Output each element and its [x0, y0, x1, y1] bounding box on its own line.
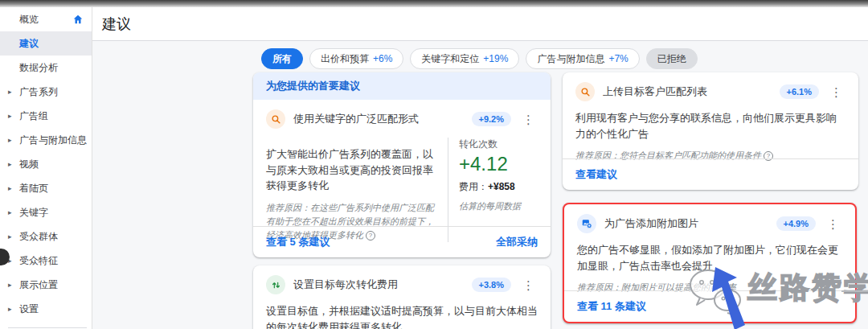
sidebar-item-label: 建议 [19, 37, 39, 51]
view-recommendations-link[interactable]: 查看建议 [575, 167, 617, 182]
recommendation-title: 使用关键字的广泛匹配形式 [293, 112, 419, 126]
uplift-badge: +6.1% [780, 84, 820, 99]
chip-label: 已拒绝 [657, 52, 686, 66]
sidebar-item-label: 数据分析 [19, 61, 58, 75]
recommendation-card-image-extensions-highlighted: 为广告添加附加图片 +4.9% ⋮ 您的广告不够显眼，假如添加了附加图片，它们现… [563, 203, 857, 323]
chip-delta: +7% [608, 53, 628, 64]
metric-value: +4.12 [459, 153, 538, 175]
expand-caret-icon: ▸ [8, 232, 12, 241]
sidebar-item-campaigns[interactable]: ▸ 广告系列 [0, 80, 92, 104]
expand-caret-icon: ▸ [8, 257, 12, 265]
window-top-strip [0, 0, 868, 7]
left-navigation-sidebar: 概览 建议 数据分析 ▸ 广告系列 ▸ 广告组 ▸ 广告与附加信息 ▸ 视频 ▸… [0, 7, 92, 329]
uplift-badge: +3.8% [472, 278, 512, 292]
sidebar-item-placements[interactable]: ▸ 展示位置 [0, 273, 92, 297]
metric-label: 转化次数 [459, 138, 538, 151]
recommendation-body: 设置目标值，并根据建议适时提高预算，以与目前大体相当的每次转化费用获得更多转化 [266, 303, 538, 329]
filter-chip-dismissed[interactable]: 已拒绝 [646, 48, 698, 69]
metric-cost: 费用：+¥858 [459, 180, 538, 194]
sidebar-item-recommendations[interactable]: 建议 [0, 31, 92, 56]
expand-caret-icon: ▸ [8, 88, 12, 96]
sidebar-divider [8, 327, 87, 328]
recommendation-title: 设置目标每次转化费用 [293, 278, 398, 292]
search-icon [575, 82, 595, 101]
overflow-menu-icon[interactable]: ⋮ [519, 112, 538, 127]
expand-caret-icon: ▸ [8, 281, 12, 289]
filter-chip-ads-extensions[interactable]: 广告与附加信息 +7% [526, 48, 639, 69]
page-title: 建议 [102, 7, 131, 41]
sidebar-item-label: 受众特征 [19, 254, 58, 268]
overflow-menu-icon[interactable]: ⋮ [827, 84, 845, 100]
uplift-badge: +4.9% [776, 216, 817, 231]
add-image-icon [577, 214, 596, 233]
recommendation-card-target-cpa: 设置目标每次转化费用 +3.8% ⋮ 设置目标值，并根据建议适时提高预算，以与目… [253, 265, 551, 329]
expand-caret-icon: ▸ [8, 305, 12, 313]
recommendation-card-customer-match: 上传目标客户匹配列表 +6.1% ⋮ 利用现有客户与您分享的联系信息，向他们展示… [563, 72, 858, 190]
chip-label: 关键字和定位 [421, 52, 479, 66]
sidebar-item-audiences[interactable]: ▸ 受众群体 [0, 224, 92, 249]
view-recommendations-link[interactable]: 查看 11 条建议 [577, 299, 646, 314]
recommendation-body: 您的广告不够显眼，假如添加了附加图片，它们现在会更加显眼，广告点击率也会提升 [577, 242, 842, 273]
recommendation-body: 扩大智能出价广告系列的覆盖面，以与原来大致相当或更高的投资回报率获得更多转化 [266, 146, 438, 194]
sidebar-item-label: 关键字 [19, 206, 48, 220]
chip-label: 所有 [272, 52, 292, 66]
recommendation-card-broad-match: 为您提供的首要建议 使用关键字的广泛匹配形式 +9.2% ⋮ 扩大智能出价广告系… [253, 72, 551, 257]
primary-recommendation-banner: 为您提供的首要建议 [253, 72, 551, 100]
metric-note: 估算的每周数据 [459, 200, 538, 212]
bid-arrows-icon [266, 275, 285, 294]
search-icon [266, 109, 285, 129]
sidebar-item-label: 展示位置 [19, 278, 58, 292]
chip-label: 出价和预算 [321, 52, 369, 66]
content-area: 所有 出价和预算 +6% 关键字和定位 +19% 广告与附加信息 +7% 已拒绝… [92, 41, 868, 329]
sidebar-item-insights[interactable]: 数据分析 [0, 56, 92, 80]
chip-label: 广告与附加信息 [537, 52, 604, 66]
sidebar-item-landing-pages[interactable]: ▸ 着陆页 [0, 176, 92, 200]
expand-caret-icon: ▸ [8, 184, 12, 192]
chip-delta: +19% [483, 53, 508, 64]
recommendation-title: 为广告添加附加图片 [604, 216, 698, 231]
recommendation-title: 上传目标客户匹配列表 [603, 84, 707, 99]
recommendation-body: 利用现有客户与您分享的联系信息，向他们展示更具影响力的个性化广告 [575, 110, 845, 142]
expand-caret-icon: ▸ [8, 112, 12, 120]
sidebar-item-label: 广告系列 [19, 85, 58, 99]
sidebar-item-label: 着陆页 [19, 182, 48, 195]
sidebar-item-label: 广告与附加信息 [19, 134, 87, 147]
sidebar-item-demographics[interactable]: ▸ 受众特征 [0, 249, 92, 273]
sidebar-item-label: 概览 [19, 13, 39, 27]
view-recommendations-link[interactable]: 查看 5 条建议 [266, 235, 330, 249]
overflow-menu-icon[interactable]: ⋮ [519, 278, 538, 293]
expand-caret-icon: ▸ [8, 208, 12, 216]
sidebar-item-label: 视频 [19, 158, 39, 171]
filter-chip-bar: 所有 出价和预算 +6% 关键字和定位 +19% 广告与附加信息 +7% 已拒绝 [261, 48, 698, 69]
sidebar-item-label: 设置 [19, 302, 39, 316]
uplift-badge: +9.2% [472, 112, 512, 126]
overflow-menu-icon[interactable]: ⋮ [824, 216, 842, 232]
sidebar-item-videos[interactable]: ▸ 视频 [0, 152, 92, 176]
sidebar-item-ads-extensions[interactable]: ▸ 广告与附加信息 [0, 128, 92, 152]
chip-delta: +6% [373, 53, 392, 64]
sidebar-item-keywords[interactable]: ▸ 关键字 [0, 200, 92, 224]
filter-chip-all[interactable]: 所有 [261, 48, 303, 69]
page-header: 建议 [92, 7, 868, 41]
filter-chip-bidding-budgets[interactable]: 出价和预算 +6% [309, 48, 403, 69]
google-ads-recommendations-page: 概览 建议 数据分析 ▸ 广告系列 ▸ 广告组 ▸ 广告与附加信息 ▸ 视频 ▸… [0, 0, 868, 329]
sidebar-item-overview[interactable]: 概览 [0, 7, 92, 31]
expand-caret-icon: ▸ [8, 136, 12, 144]
apply-all-link[interactable]: 全部采纳 [496, 235, 538, 249]
expand-caret-icon: ▸ [8, 160, 12, 168]
sidebar-item-label: 广告组 [19, 109, 48, 123]
filter-chip-keywords-targeting[interactable]: 关键字和定位 +19% [410, 48, 519, 69]
sidebar-item-label: 受众群体 [19, 230, 58, 244]
sidebar-item-settings[interactable]: ▸ 设置 [0, 297, 92, 321]
home-icon [72, 14, 84, 25]
sidebar-item-ad-groups[interactable]: ▸ 广告组 [0, 104, 92, 128]
